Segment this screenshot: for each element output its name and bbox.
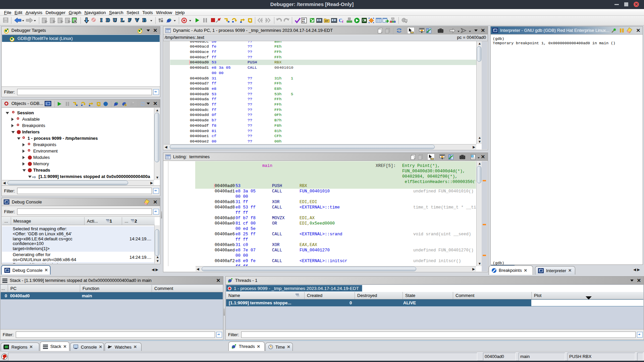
svg-text:f: f xyxy=(342,19,343,23)
svg-text:01: 01 xyxy=(302,20,305,23)
svg-text:›: › xyxy=(46,102,47,105)
svg-text:DT: DT xyxy=(325,20,328,22)
